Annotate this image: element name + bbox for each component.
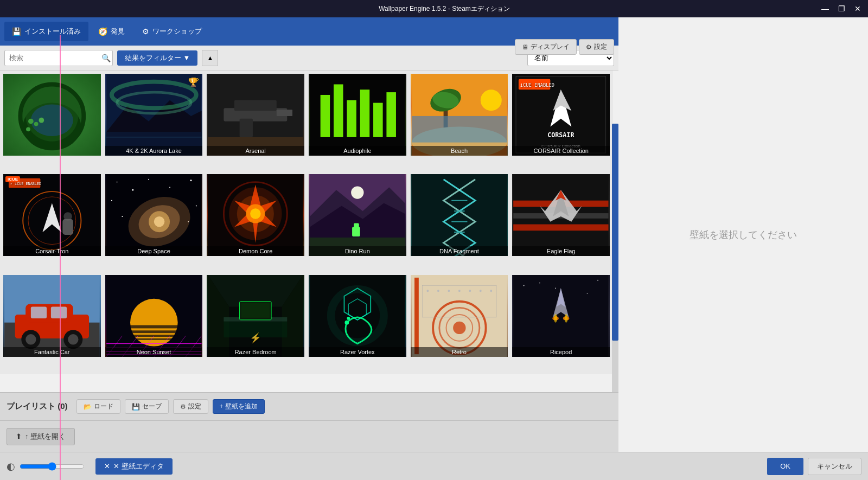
search-icon-button[interactable]: 🔍 (101, 54, 111, 62)
nav-installed-button[interactable]: 💾 インストール済み (4, 22, 88, 41)
wallpaper-label: Dino Run (309, 246, 406, 256)
svg-point-76 (351, 187, 363, 199)
wallpaper-editor-button[interactable]: ✕ ✕ 壁紙エディタ (95, 458, 173, 475)
list-item[interactable]: Ricepod (511, 274, 611, 358)
wallpaper-label: CORSAIR Collection (512, 146, 610, 156)
svg-rect-100 (51, 306, 67, 318)
scroll-up-button[interactable]: ▲ (202, 50, 218, 66)
svg-point-152 (539, 282, 540, 283)
svg-rect-109 (130, 335, 178, 337)
list-item[interactable]: Demon Core (206, 173, 305, 257)
list-item[interactable]: Fantastic Car (2, 274, 102, 358)
svg-point-142 (426, 290, 429, 292)
svg-point-55 (148, 179, 149, 180)
wallpaper-label: Beach (411, 146, 508, 156)
brightness-icon: ◐ (7, 460, 15, 472)
list-item[interactable]: ⚡ iCUE ENABLED Corsair-Tron iCUE (2, 173, 102, 257)
display-button[interactable]: 🖥 ディスプレイ (515, 39, 577, 55)
settings-button[interactable]: ⚙ 設定 (579, 39, 614, 55)
close-button[interactable]: ✕ (852, 3, 864, 15)
svg-text:CORSAIR: CORSAIR (548, 131, 575, 139)
trophy-icon: 🏆 (188, 77, 199, 87)
action-bar: ⬆ ↑ 壁紙を開く (0, 420, 618, 452)
corsair-enabled-badge: iCUE (5, 176, 20, 182)
upload-icon: ⬆ (16, 432, 22, 440)
list-item[interactable]: Eagle Flag (511, 173, 611, 257)
title-bar: Wallpaper Engine 1.5.2 - Steamエディション — ❐… (0, 0, 868, 17)
svg-point-146 (469, 290, 471, 292)
wallpaper-label: Eagle Flag (512, 246, 610, 256)
save-icon: 💾 (132, 403, 140, 411)
ok-button[interactable]: OK (767, 458, 803, 475)
playlist-save-button[interactable]: 💾 セーブ (125, 399, 169, 414)
svg-point-153 (555, 287, 556, 289)
svg-point-65 (154, 216, 164, 227)
filter-button[interactable]: 結果をフィルター ▼ (117, 50, 197, 66)
svg-rect-19 (240, 119, 253, 137)
minimize-button[interactable]: — (819, 3, 831, 15)
svg-rect-90 (513, 225, 608, 231)
wallpaper-label: 4K & 2K Aurora Lake (105, 146, 203, 156)
add-wallpaper-button[interactable]: + 壁紙を追加 (213, 399, 265, 414)
svg-point-58 (111, 200, 112, 201)
list-item[interactable]: Beach (410, 73, 509, 157)
wallpaper-label: Deep Space (105, 246, 203, 256)
svg-rect-35 (412, 116, 507, 143)
restore-button[interactable]: ❐ (835, 3, 847, 15)
wallpaper-gallery: 🏆 4K & 2K Aurora Lake 🏆 (0, 71, 613, 374)
wallpaper-label: Razer Bedroom (207, 347, 304, 357)
list-item[interactable]: DNA Fragment (410, 173, 509, 257)
playlist-settings-button[interactable]: ⚙ 設定 (173, 399, 208, 414)
svg-point-134 (347, 317, 350, 320)
gallery-scrollbar[interactable] (612, 124, 618, 427)
bottom-bar: ◐ ✕ ✕ 壁紙エディタ OK キャンセル (0, 452, 868, 480)
svg-rect-108 (130, 330, 178, 333)
svg-point-59 (195, 206, 196, 207)
svg-point-154 (597, 279, 598, 280)
svg-point-104 (68, 334, 78, 344)
svg-rect-80 (412, 174, 507, 256)
nav-discover-button[interactable]: 🧭 発見 (91, 22, 132, 41)
search-input[interactable] (4, 50, 113, 66)
scrollbar-thumb[interactable] (612, 124, 618, 341)
list-item[interactable]: Arsenal (206, 73, 305, 157)
compass-icon: 🧭 (98, 27, 107, 36)
svg-point-145 (458, 290, 461, 292)
svg-rect-149 (414, 278, 419, 354)
open-wallpaper-button[interactable]: ⬆ ↑ 壁紙を開く (7, 428, 75, 445)
list-item[interactable]: Dino Run (308, 173, 407, 257)
list-item[interactable]: Deep Space (104, 173, 204, 257)
list-item[interactable]: Razer Vortex (308, 274, 407, 358)
svg-point-4 (28, 119, 34, 124)
svg-text:⚡: ⚡ (250, 331, 261, 343)
list-item[interactable]: Audiophile (308, 73, 407, 157)
svg-point-54 (132, 189, 133, 191)
right-panel: 壁紙を選択してください (618, 17, 868, 452)
playlist-bar: プレイリスト (0) 📂 ロード 💾 セーブ ⚙ 設定 + 壁紙を追加 (0, 392, 618, 420)
svg-rect-17 (234, 100, 277, 111)
svg-point-102 (25, 334, 36, 344)
cancel-button[interactable]: キャンセル (808, 458, 861, 475)
list-item[interactable]: iCUE ENABLED CORSAIR CORSAIR Collection … (511, 73, 611, 157)
wallpaper-label: Retro (411, 347, 508, 357)
gear-icon: ⚙ (586, 43, 592, 51)
svg-text:⚡ iCUE ENABLED: ⚡ iCUE ENABLED (10, 182, 41, 187)
playlist-label: プレイリスト (0) (7, 401, 68, 412)
list-item[interactable]: Neon Sunset (104, 274, 204, 358)
brightness-section: ◐ (7, 460, 85, 472)
nav-workshop-button[interactable]: ⚙ ワークショップ (135, 22, 209, 41)
list-item[interactable] (2, 73, 102, 157)
list-item[interactable]: Retro (410, 274, 509, 358)
save-icon: 💾 (12, 27, 21, 36)
svg-point-53 (116, 182, 117, 183)
list-item[interactable]: ⚡ Razer Bedroom (206, 274, 305, 358)
wallpaper-label: Neon Sunset (105, 347, 203, 357)
playlist-load-button[interactable]: 📂 ロード (76, 399, 120, 414)
list-item[interactable]: 🏆 4K & 2K Aurora Lake 🏆 (104, 73, 204, 157)
brightness-slider[interactable] (20, 462, 85, 471)
svg-text:iCUE ENABLED: iCUE ENABLED (520, 82, 554, 88)
svg-point-51 (63, 212, 72, 221)
svg-rect-27 (386, 92, 396, 137)
svg-rect-25 (360, 89, 370, 137)
svg-point-147 (480, 290, 482, 292)
